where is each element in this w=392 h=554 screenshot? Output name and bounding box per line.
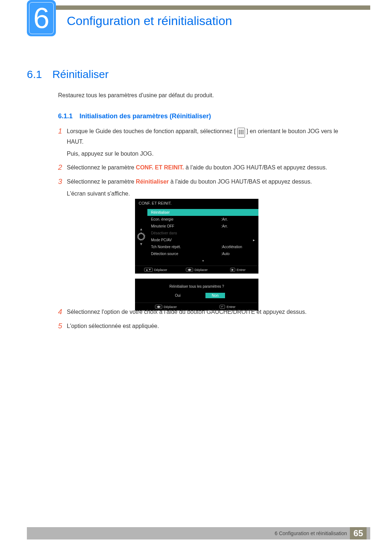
enter-icon: ▶ [230,268,235,272]
osd-hint-move-h: ◀▶Déplacer [176,266,217,274]
footer-page-number: 65 [350,527,367,539]
step-5: 5 L'option sélectionnée est appliquée. [58,322,341,331]
chapter-number: 6 [33,1,50,35]
hint-text: Déplacer [154,268,167,272]
osd-dialog: Réinitialiser tous les paramètres ? Oui … [135,279,258,311]
arrow-up-icon: ▲ [139,227,143,231]
leftright-icon: ◀▶ [186,268,193,272]
subsection-number: 6.1.1 [58,112,73,120]
steps-list: 1 Lorsque le Guide des touches de foncti… [58,127,341,204]
text: Sélectionnez le paramètre [67,178,136,185]
section-intro: Restaurez tous les paramètres d'usine pa… [58,92,214,99]
osd-label: Econ. énergie [151,217,221,221]
step-body: Sélectionnez le paramètre CONF. ET REINI… [67,163,341,172]
osd-row-reinitialiser: Réinitialiser [147,209,258,216]
osd-hint-move-v: ▲▼Déplacer [135,266,176,274]
text: Lorsque le Guide des touches de fonction… [67,128,236,134]
step-3: 3 Sélectionnez le paramètre Réinitialise… [58,177,341,198]
hint-text: Entrer [237,268,246,272]
hint-text: Déplacer [195,268,208,272]
step-number: 5 [58,322,67,331]
text: à l'aide du bouton JOG HAUT/BAS et appuy… [184,164,327,171]
step-1: 1 Lorsque le Guide des touches de foncti… [58,127,341,158]
submenu-arrow-icon: ▸ [250,238,255,242]
step-2: 2 Sélectionnez le paramètre CONF. ET REI… [58,163,341,172]
osd-title: CONF. ET REINIT. [135,199,258,208]
dialog-question: Réinitialiser tous les paramètres ? [135,279,258,293]
step-body: L'option sélectionnée est appliquée. [67,322,341,331]
osd-menu: CONF. ET REINIT. ▲ ▼ Réinitialiser Econ.… [135,199,258,274]
osd-label: Réinitialiser [151,210,255,214]
gear-icon [138,233,144,240]
step-number: 2 [58,163,67,172]
arrow-down-icon: ▼ [139,242,143,246]
osd-label: Tch Nombre répét. [151,245,221,249]
step-number: 1 [58,127,67,158]
osd-more-indicator: ▾ [147,257,258,264]
step-body: Sélectionnez l'option de votre choix à l… [67,308,341,317]
section-heading: 6.1 Réinitialiser [27,68,109,81]
step-body: Lorsque le Guide des touches de fonction… [67,127,341,158]
osd-list: Réinitialiser Econ. énergie: Arr. Minute… [147,208,258,266]
steps-list-continued: 4 Sélectionnez l'option de votre choix à… [58,308,341,336]
section-number: 6.1 [27,68,42,81]
text: Sélectionnez le paramètre [67,164,136,171]
subsection-title: Initialisation des paramètres (Réinitial… [79,112,211,120]
osd-row: Mode PC/AV▸ [147,237,258,243]
step-body: Sélectionnez le paramètre Réinitialiser … [67,177,341,198]
osd-row: Econ. énergie: Arr. [147,216,258,223]
highlight: CONF. ET REINIT. [136,164,184,171]
step-number: 4 [58,308,67,317]
text: L'écran suivant s'affiche. [67,190,130,197]
osd-value: Arr. [222,217,255,221]
osd-footer: ▲▼Déplacer ◀▶Déplacer ▶Entrer [135,266,258,274]
menu-button-icon [237,128,245,138]
osd-label: Minuterie OFF [151,224,221,228]
text: Puis, appuyez sur le bouton JOG. [67,151,154,157]
osd-row-disabled: Désactiver dans [147,230,258,237]
footer-label: 6 Configuration et réinitialisation [275,530,347,536]
chapter-title: Configuration et réinitialisation [67,14,232,28]
subsection-heading: 6.1.1 Initialisation des paramètres (Réi… [58,112,211,120]
highlight: Réinitialiser [136,178,169,185]
osd-label: Mode PC/AV [151,238,250,242]
text: à l'aide du bouton JOG HAUT/BAS et appuy… [169,178,312,185]
chapter-header: 6 Configuration et réinitialisation [27,0,232,36]
osd-value: Arr. [222,224,255,228]
osd-value: Accélération [222,245,255,249]
dialog-options: Oui Non [135,293,258,303]
osd-screenshot: CONF. ET REINIT. ▲ ▼ Réinitialiser Econ.… [135,199,258,311]
osd-label: Détection source [151,252,221,256]
osd-row: Tch Nombre répét.: Accélération [147,243,258,250]
osd-row: Minuterie OFF: Arr. [147,223,258,230]
section-title: Réinitialiser [52,68,109,81]
page-footer: 6 Configuration et réinitialisation 65 [27,527,370,539]
osd-value: Auto [222,252,255,256]
chapter-number-badge: 6 [27,0,56,36]
dialog-no-selected: Non [205,293,225,298]
updown-icon: ▲▼ [144,268,153,272]
osd-row: Détection source: Auto [147,250,258,257]
osd-label: Désactiver dans [151,231,255,235]
step-4: 4 Sélectionnez l'option de votre choix à… [58,308,341,317]
step-number: 3 [58,177,67,198]
osd-side-icons: ▲ ▼ [135,208,147,266]
dialog-yes: Oui [168,293,187,298]
osd-hint-enter: ▶Entrer [217,266,258,274]
